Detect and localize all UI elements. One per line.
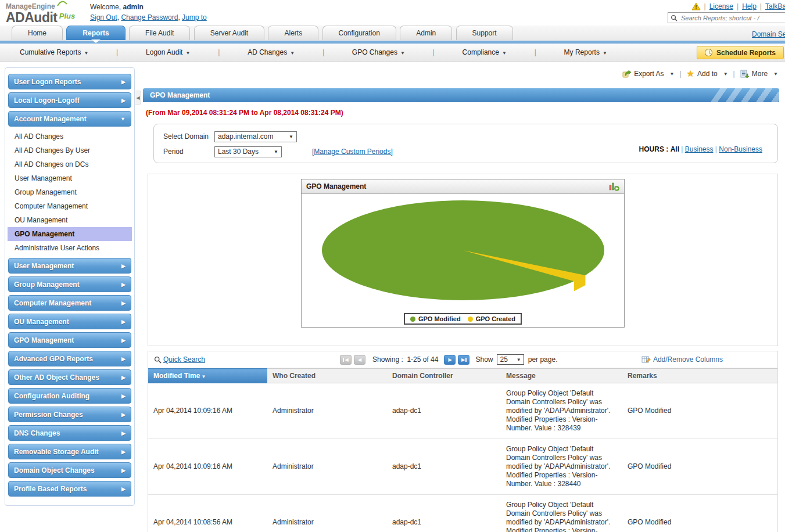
tab-support[interactable]: Support [456,26,513,40]
sidebar-item-ou-management[interactable]: OU Management [8,213,132,227]
more-button[interactable]: More▼ [740,70,778,78]
license-link[interactable]: License [709,2,733,10]
chart-type-icon[interactable] [609,182,619,191]
add-to-button[interactable]: ★ Add to▼ [687,70,728,78]
cell-message: Group Policy Object 'Default Domain Cont… [501,439,622,495]
caret-down-icon: ▼ [274,149,278,154]
period-select[interactable]: Last 30 Days▼ [214,146,282,157]
help-link[interactable]: Help [742,2,757,10]
column-header-remarks[interactable]: Remarks [622,369,777,383]
sidebar-group-computer-management[interactable]: Computer Management▶ [8,295,131,311]
sidebar-item-all-ad-changes[interactable]: All AD Changes [8,130,132,143]
sidebar-item-all-ad-changes-by-user[interactable]: All AD Changes By User [8,143,132,157]
brand-swoosh-icon [57,1,67,6]
export-icon [622,70,631,78]
column-header-modified-time[interactable]: Modified Time▼ [148,369,267,383]
report-table-section: Quick Search ◀ ◀ Showing : 1-25 of 44 ▶ … [148,351,778,532]
sidebar-group-gpo-management[interactable]: GPO Management▶ [8,332,131,348]
hours-all[interactable]: All [671,145,679,153]
export-as-button[interactable]: Export As▼ [622,70,674,78]
domain-select[interactable]: adap.internal.com▼ [214,131,297,142]
subnav-cumulative-reports[interactable]: Cumulative Reports▼ [20,48,88,56]
cell-remarks: GPO Modified [622,495,777,532]
sign-out-link[interactable]: Sign Out [90,13,117,21]
show-label: Show [475,355,493,364]
add-remove-columns-button[interactable]: Add/Remove Columns [641,355,723,364]
schedule-reports-button[interactable]: Schedule Reports [697,46,784,59]
sidebar-group-domain-object-changes[interactable]: Domain Object Changes▶ [8,462,131,478]
quick-search-link[interactable]: Quick Search [163,355,205,364]
tab-configuration[interactable]: Configuration [322,26,396,40]
report-title: GPO Management [150,91,210,99]
column-header-who-created[interactable]: Who Created [267,369,387,383]
sidebar-item-gpo-management[interactable]: GPO Management [8,227,132,241]
next-page-button[interactable]: ▶ [444,355,456,365]
sidebar-item-all-ad-changes-on-dcs[interactable]: All AD Changes on DCs [8,157,132,171]
sidebar-group-dns-changes[interactable]: DNS Changes▶ [8,425,131,441]
showing-label: Showing : [372,355,403,364]
sidebar-group-removable-storage-audit[interactable]: Removable Storage Audit▶ [8,444,131,459]
sidebar-group-profile-based-reports[interactable]: Profile Based Reports▶ [8,481,131,497]
report-toolbar: Export As▼ | ★ Add to▼ | More▼ [143,66,778,81]
manage-custom-periods-link[interactable]: [Manage Custom Periods] [312,148,393,156]
chevron-right-icon: ▶ [121,486,126,492]
sidebar-group-account-management[interactable]: Account Management▼ [8,111,131,127]
search-icon [671,15,678,21]
sidebar-group-advanced-gpo-reports[interactable]: Advanced GPO Reports▶ [8,351,131,366]
table-row[interactable]: Apr 04,2014 10:09:16 AM Administrator ad… [148,383,777,439]
sidebar-group-configuration-auditing[interactable]: Configuration Auditing▶ [8,388,131,404]
prev-page-button[interactable]: ◀ [354,355,365,365]
change-password-link[interactable]: Change Password [121,13,178,21]
sidebar-item-computer-management[interactable]: Computer Management [8,199,132,213]
warning-icon[interactable] [691,2,701,10]
domain-settings-link[interactable]: Domain Settings [752,30,785,38]
tab-admin[interactable]: Admin [400,26,452,40]
hours-business-link[interactable]: Business [685,145,714,153]
chart-title: GPO Management [306,182,366,190]
per-page-select[interactable]: 25▼ [497,354,524,365]
sidebar-item-administrative-user-actions[interactable]: Administrative User Actions [8,241,132,255]
first-page-button[interactable]: ◀ [340,355,352,365]
table-row[interactable]: Apr 04,2014 10:08:56 AM Administrator ad… [148,495,777,532]
sidebar-group-other-ad-object-changes[interactable]: Other AD Object Changes▶ [8,369,131,385]
username: admin [123,3,143,11]
sidebar-item-group-management[interactable]: Group Management [8,185,132,199]
column-header-domain-controller[interactable]: Domain Controller [387,369,501,383]
subnav-my-reports[interactable]: My Reports▼ [564,48,607,56]
caret-down-icon: ▼ [773,71,778,77]
cell-modified-time: Apr 04,2014 10:09:16 AM [148,439,267,495]
jump-to-link[interactable]: Jump to [182,13,207,21]
tab-reports[interactable]: Reports [66,26,125,40]
cell-remarks: GPO Modified [622,439,777,495]
sidebar-group-ou-management[interactable]: OU Management▶ [8,314,131,329]
tab-server-audit[interactable]: Server Audit [194,26,264,40]
subnav-gpo-changes[interactable]: GPO Changes▼ [352,48,405,56]
star-icon: ★ [687,70,694,77]
sidebar-group-local-logon-logoff[interactable]: Local Logon-Logoff▶ [8,92,131,108]
sort-desc-icon: ▼ [201,374,206,379]
table-row[interactable]: Apr 04,2014 10:09:16 AM Administrator ad… [148,439,777,495]
cell-modified-time: Apr 04,2014 10:09:16 AM [148,383,267,439]
subnav-logon-audit[interactable]: Logon Audit▼ [146,48,190,56]
last-page-button[interactable]: ▶ [458,355,469,365]
talkback-link[interactable]: TalkBack [765,2,785,10]
caret-down-icon: ▼ [502,51,507,56]
hours-non-business-link[interactable]: Non-Business [719,145,762,153]
sidebar-item-user-management[interactable]: User Management [8,171,132,185]
sidebar-group-user-logon-reports[interactable]: User Logon Reports▶ [8,74,131,89]
subnav-compliance[interactable]: Compliance▼ [463,48,507,56]
subnav-ad-changes[interactable]: AD Changes▼ [248,48,295,56]
chevron-right-icon: ▶ [121,282,126,287]
tab-home[interactable]: Home [12,26,63,40]
sidebar-collapse-handle[interactable]: ◀ [135,91,141,105]
pie-chart[interactable] [302,194,624,312]
sidebar-group-user-management[interactable]: User Management▶ [8,258,131,274]
report-date-range: (From Mar 09,2014 08:31:24 PM to Apr 08,… [146,109,779,117]
sidebar-group-group-management[interactable]: Group Management▶ [8,276,131,292]
tab-alerts[interactable]: Alerts [268,26,318,40]
column-header-message[interactable]: Message [501,369,622,383]
search-input[interactable] [680,14,785,22]
cell-domain-controller: adap-dc1 [387,495,501,532]
tab-file-audit[interactable]: File Audit [129,26,190,40]
sidebar-group-permission-changes[interactable]: Permission Changes▶ [8,407,131,422]
